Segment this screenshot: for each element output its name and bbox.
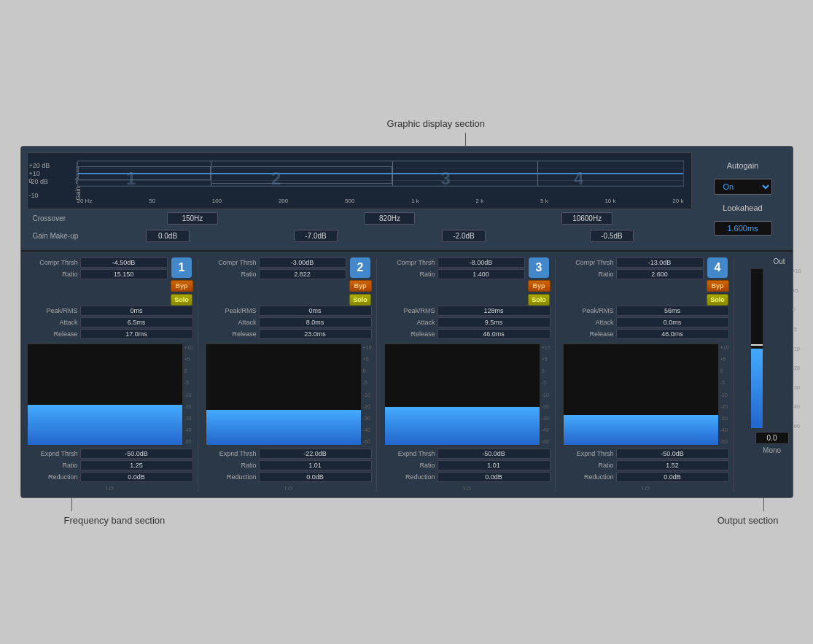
band-2-ratio-row: Ratio bbox=[206, 269, 346, 279]
band-4-attack-input[interactable] bbox=[616, 317, 729, 327]
peak-rms-label-2: Peak/RMS bbox=[206, 307, 257, 314]
band-1-expnd-ratio-input[interactable] bbox=[80, 460, 193, 470]
band-3-expnd-ratio-input[interactable] bbox=[437, 460, 551, 470]
crossover-3-input[interactable] bbox=[561, 212, 612, 225]
band-4-solo-button[interactable]: Solo bbox=[707, 294, 728, 306]
band-4-expnd-ratio-input[interactable] bbox=[616, 460, 729, 470]
crossover-row: Crossover bbox=[27, 209, 692, 228]
compr-thrsh-label-2: Compr Thrsh bbox=[206, 259, 257, 266]
attack-label-2: Attack bbox=[206, 319, 257, 326]
output-section-outer-label: Output section bbox=[717, 515, 779, 526]
band-1-meter bbox=[27, 344, 183, 446]
band-2-peak-rms-input[interactable] bbox=[259, 306, 372, 316]
crossover-1-input[interactable] bbox=[167, 212, 218, 225]
band-3-peak-rms-row: Peak/RMS bbox=[384, 306, 551, 316]
band-4-expnd-thrsh-input[interactable] bbox=[616, 449, 729, 459]
peak-rms-label-1: Peak/RMS bbox=[27, 307, 78, 314]
band-1-byp-button[interactable]: Byp bbox=[171, 280, 193, 292]
band-2-compr-thrsh-row: Compr Thrsh bbox=[206, 257, 346, 268]
out-value-input[interactable] bbox=[755, 432, 789, 444]
band-3-peak-rms-input[interactable] bbox=[437, 306, 551, 316]
attack-label-3: Attack bbox=[384, 319, 435, 326]
reduction-label-1: Reduction bbox=[27, 473, 78, 481]
band-2-solo-button[interactable]: Solo bbox=[349, 294, 371, 306]
band-4-header: Compr Thrsh Ratio 4 Byp Solo bbox=[563, 257, 729, 306]
autogain-select[interactable]: On Off bbox=[714, 179, 772, 195]
band-3-release-input[interactable] bbox=[437, 329, 551, 339]
eq-line bbox=[78, 161, 683, 186]
band-1-release-input[interactable] bbox=[80, 329, 193, 339]
ratio-label-4: Ratio bbox=[563, 271, 614, 278]
band-4-reduction-row: Reduction bbox=[563, 472, 729, 482]
gain-makeup-row-label: Gain Make-up bbox=[33, 232, 91, 240]
band-4-expnd-thrsh-row: Expnd Thrsh bbox=[563, 449, 729, 459]
band-2-meter bbox=[206, 344, 362, 446]
band-2-compr-thrsh-input[interactable] bbox=[259, 257, 346, 268]
band-1-ratio-input[interactable] bbox=[80, 269, 168, 279]
band-4-ratio-input[interactable] bbox=[616, 269, 704, 279]
gain-makeup-2-input[interactable] bbox=[294, 230, 338, 242]
gain-makeup-1-input[interactable] bbox=[146, 230, 190, 242]
band-3-io-label: I O bbox=[384, 485, 551, 492]
band-3-attack-input[interactable] bbox=[437, 317, 551, 327]
graphic-display: +20 dB +10 0 -10 -20 dB Gain Change bbox=[27, 152, 692, 209]
reduction-label-2: Reduction bbox=[206, 473, 257, 481]
crossover-2-input[interactable] bbox=[364, 212, 415, 225]
band-1-col: Compr Thrsh Ratio 1 Byp Solo bbox=[27, 257, 198, 492]
band-2-byp-button[interactable]: Byp bbox=[349, 280, 372, 292]
gain-makeup-4-input[interactable] bbox=[590, 230, 634, 242]
band-1-attack-input[interactable] bbox=[80, 317, 193, 327]
band-1-release-row: Release bbox=[27, 329, 193, 339]
band-3-ratio-input[interactable] bbox=[437, 269, 525, 279]
release-label-4: Release bbox=[563, 330, 614, 338]
band-3-reduction-input[interactable] bbox=[437, 472, 551, 482]
graphic-display-section-label: Graphic display section bbox=[387, 118, 485, 129]
ratio-label-1: Ratio bbox=[27, 271, 78, 278]
expnd-ratio-label-2: Ratio bbox=[206, 462, 257, 469]
band-2-release-input[interactable] bbox=[259, 329, 372, 339]
band-3-byp-button[interactable]: Byp bbox=[528, 280, 551, 292]
band-4-release-row: Release bbox=[563, 329, 729, 339]
lookahead-value[interactable]: 1.600ms bbox=[714, 221, 772, 236]
x-label-200: 200 bbox=[279, 198, 288, 204]
ratio-label-2: Ratio bbox=[206, 271, 257, 278]
band-4-compr-thrsh-row: Compr Thrsh bbox=[563, 257, 704, 268]
band-2-attack-input[interactable] bbox=[259, 317, 372, 327]
band-3-meter bbox=[384, 344, 540, 446]
band-4-byp-button[interactable]: Byp bbox=[707, 280, 729, 292]
band-4-reduction-input[interactable] bbox=[616, 472, 729, 482]
y-label-minus20db: -20 dB bbox=[29, 178, 49, 185]
band-2-ratio-input[interactable] bbox=[259, 269, 346, 279]
band-1-compr-thrsh-input[interactable] bbox=[80, 257, 168, 268]
band-3-expnd-thrsh-input[interactable] bbox=[437, 449, 551, 459]
band-3-expnd-thrsh-row: Expnd Thrsh bbox=[384, 449, 551, 459]
band-3-solo-button[interactable]: Solo bbox=[528, 294, 550, 306]
peak-rms-label-3: Peak/RMS bbox=[384, 307, 435, 314]
band-2-attack-row: Attack bbox=[206, 317, 372, 327]
band-1-badge: 1 bbox=[171, 257, 192, 278]
band-1-reduction-input[interactable] bbox=[80, 472, 193, 482]
x-label-50: 50 bbox=[149, 198, 155, 204]
band-2-col: Compr Thrsh Ratio 2 Byp Solo bbox=[203, 257, 377, 492]
compr-thrsh-label-4: Compr Thrsh bbox=[563, 259, 614, 266]
band-4-compr-thrsh-input[interactable] bbox=[616, 257, 704, 268]
y-label-minus10: -10 bbox=[29, 192, 39, 199]
band-3-badge: 3 bbox=[529, 257, 549, 278]
release-label-3: Release bbox=[384, 330, 435, 338]
expnd-ratio-label-3: Ratio bbox=[384, 462, 435, 469]
lookahead-label: Lookahead bbox=[723, 203, 762, 212]
band-2-expnd-thrsh-input[interactable] bbox=[259, 449, 372, 459]
band-4-col: Compr Thrsh Ratio 4 Byp Solo bbox=[560, 257, 734, 492]
band-3-compr-thrsh-row: Compr Thrsh bbox=[384, 257, 525, 268]
band-4-peak-rms-input[interactable] bbox=[616, 306, 729, 316]
band-1-solo-button[interactable]: Solo bbox=[171, 294, 192, 306]
y-label-10: +10 bbox=[29, 170, 40, 177]
band-1-expnd-thrsh-input[interactable] bbox=[80, 449, 193, 459]
band-4-release-input[interactable] bbox=[616, 329, 729, 339]
band-1-peak-rms-input[interactable] bbox=[80, 306, 193, 316]
band-2-expnd-ratio-input[interactable] bbox=[259, 460, 372, 470]
gain-makeup-3-input[interactable] bbox=[442, 230, 486, 242]
out-meter-container: +10 +5 0 -5 -10 -20 -30 -40 -60 bbox=[743, 268, 801, 429]
band-2-reduction-input[interactable] bbox=[259, 472, 372, 482]
band-3-compr-thrsh-input[interactable] bbox=[437, 257, 525, 268]
